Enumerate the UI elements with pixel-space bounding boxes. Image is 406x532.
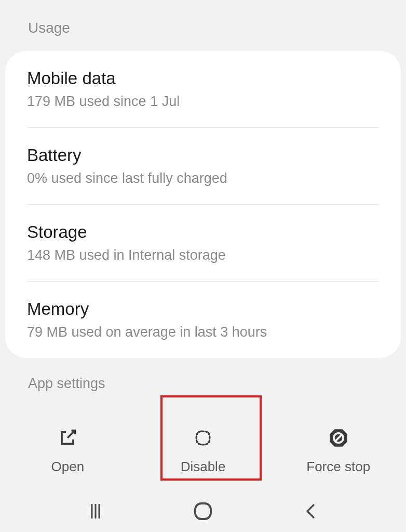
app-settings-header: App settings (0, 358, 406, 392)
battery-title: Battery (27, 145, 379, 165)
open-button[interactable]: Open (0, 416, 136, 485)
recents-button[interactable] (80, 496, 111, 527)
force-stop-icon (327, 427, 350, 449)
highlight-annotation (160, 395, 262, 481)
storage-subtitle: 148 MB used in Internal storage (27, 247, 379, 263)
memory-subtitle: 79 MB used on average in last 3 hours (27, 324, 379, 340)
back-button[interactable] (295, 496, 326, 527)
force-stop-label: Force stop (306, 459, 370, 475)
storage-title: Storage (27, 222, 379, 242)
usage-card: Mobile data 179 MB used since 1 Jul Batt… (5, 51, 401, 358)
home-button[interactable] (187, 496, 219, 527)
force-stop-button[interactable]: Force stop (270, 416, 406, 485)
battery-item[interactable]: Battery 0% used since last fully charged (27, 127, 379, 204)
mobile-data-title: Mobile data (27, 69, 379, 88)
storage-item[interactable]: Storage 148 MB used in Internal storage (27, 204, 379, 281)
memory-title: Memory (27, 299, 379, 319)
svg-rect-6 (195, 503, 211, 519)
open-icon (56, 427, 79, 449)
mobile-data-item[interactable]: Mobile data 179 MB used since 1 Jul (27, 51, 379, 127)
usage-section-header: Usage (0, 0, 406, 51)
battery-subtitle: 0% used since last fully charged (27, 170, 379, 187)
open-label: Open (51, 459, 85, 475)
system-nav-bar (0, 490, 406, 532)
memory-item[interactable]: Memory 79 MB used on average in last 3 h… (27, 281, 379, 358)
mobile-data-subtitle: 179 MB used since 1 Jul (27, 94, 379, 110)
